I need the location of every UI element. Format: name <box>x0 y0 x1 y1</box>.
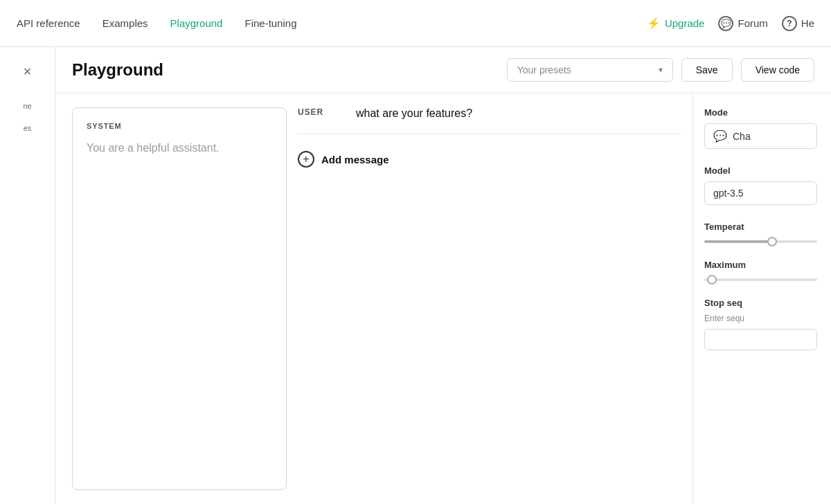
user-message[interactable]: what are your features? <box>356 107 681 120</box>
left-sidebar: × ne es <box>0 47 55 504</box>
top-nav: API reference Examples Playground Fine-t… <box>0 0 831 47</box>
system-panel: SYSTEM You are a helpful assistant. <box>72 107 287 490</box>
user-role-label: USER <box>298 107 339 120</box>
maximum-thumb <box>707 275 717 285</box>
presets-dropdown[interactable]: Your presets ▾ <box>507 58 673 82</box>
nav-right: ⚡ Upgrade 💬 Forum ? He <box>647 16 814 31</box>
nav-examples[interactable]: Examples <box>102 17 148 29</box>
sidebar-item-2[interactable]: es <box>0 118 55 138</box>
close-button[interactable]: × <box>0 58 55 85</box>
help-icon: ? <box>782 16 797 31</box>
header-controls: Your presets ▾ Save View code <box>507 58 814 82</box>
page-title: Playground <box>72 60 163 80</box>
add-message-row[interactable]: + Add message <box>298 148 681 170</box>
sidebar-items: ne es <box>0 96 55 138</box>
main-container: × ne es Playground Your presets ▾ Save V… <box>0 47 831 504</box>
nav-fine-tuning[interactable]: Fine-tuning <box>244 17 296 29</box>
mode-select[interactable]: 💬 Cha <box>704 123 817 149</box>
workspace: SYSTEM You are a helpful assistant. USER… <box>55 93 831 504</box>
mode-section: Mode 💬 Cha <box>704 107 817 149</box>
help-button[interactable]: ? He <box>782 16 814 31</box>
system-label: SYSTEM <box>87 122 272 130</box>
model-section: Model gpt-3.5 <box>704 165 817 205</box>
forum-button[interactable]: 💬 Forum <box>718 16 767 31</box>
nav-playground[interactable]: Playground <box>170 17 223 29</box>
mode-value: Cha <box>733 131 751 142</box>
chevron-down-icon: ▾ <box>659 65 663 75</box>
maximum-label: Maximum <box>704 260 817 270</box>
forum-icon: 💬 <box>718 16 733 31</box>
temperature-section: Temperat <box>704 222 817 243</box>
temperature-slider[interactable] <box>704 240 817 243</box>
upgrade-button[interactable]: ⚡ Upgrade <box>647 17 705 30</box>
stop-seq-sub-label: Enter sequ <box>704 314 817 323</box>
chat-bubble-icon: 💬 <box>713 129 727 143</box>
system-text[interactable]: You are a helpful assistant. <box>87 140 272 156</box>
maximum-section: Maximum <box>704 260 817 281</box>
bolt-icon: ⚡ <box>647 17 661 30</box>
content-area: Playground Your presets ▾ Save View code… <box>55 47 831 504</box>
model-label: Model <box>704 165 817 176</box>
chat-panel: USER what are your features? + Add messa… <box>298 93 692 504</box>
stop-seq-input[interactable] <box>704 329 817 350</box>
temperature-thumb <box>767 237 777 246</box>
right-panel: Mode 💬 Cha Model gpt-3.5 Temperat <box>692 93 831 504</box>
page-header: Playground Your presets ▾ Save View code <box>55 47 831 93</box>
stop-seq-label: Stop seq <box>704 298 817 308</box>
add-message-icon: + <box>298 151 314 168</box>
presets-placeholder: Your presets <box>517 64 571 75</box>
view-code-button[interactable]: View code <box>741 58 814 82</box>
add-message-label: Add message <box>321 154 389 165</box>
nav-api-reference[interactable]: API reference <box>17 17 80 29</box>
maximum-slider[interactable] <box>704 278 817 281</box>
sidebar-item-1[interactable]: ne <box>0 96 55 116</box>
model-value[interactable]: gpt-3.5 <box>704 181 817 205</box>
mode-label: Mode <box>704 107 817 118</box>
message-row: USER what are your features? <box>298 107 681 134</box>
temperature-label: Temperat <box>704 222 817 232</box>
stop-seq-section: Stop seq Enter sequ <box>704 298 817 350</box>
save-button[interactable]: Save <box>681 58 733 82</box>
